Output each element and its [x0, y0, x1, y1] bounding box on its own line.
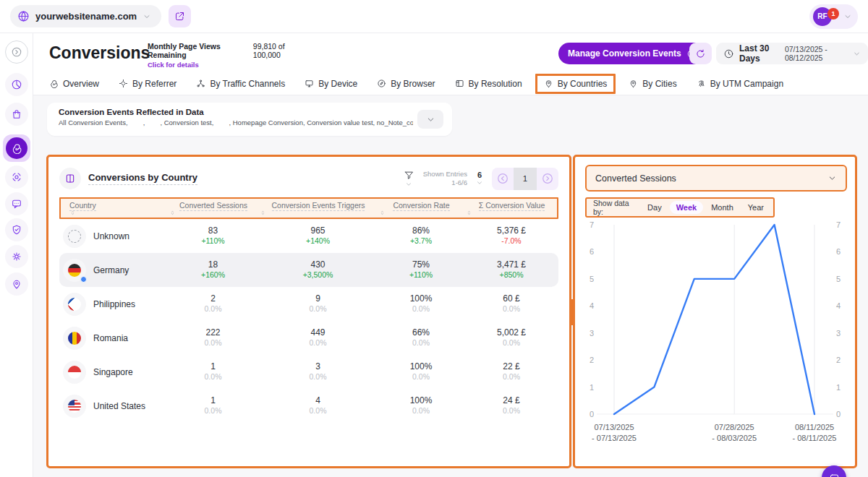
tab-by-device[interactable]: By Device — [305, 79, 357, 89]
sidebar-item-behaviour[interactable] — [5, 166, 28, 189]
date-range-label: Last 30 Days — [739, 43, 780, 64]
svg-text:2: 2 — [836, 356, 841, 364]
status-dot — [80, 276, 87, 283]
sidebar-nav — [0, 33, 33, 477]
country-name: Philippines — [93, 299, 135, 309]
pageviews-value: 99,810 of 100,000 — [253, 42, 307, 59]
tab-by-cities[interactable]: By Cities — [629, 79, 676, 89]
tab-by-browser[interactable]: By Browser — [377, 79, 435, 89]
pageviews-details-link[interactable]: Click for details — [148, 61, 307, 69]
website-name: yourwebsitename.com — [35, 11, 137, 22]
metric-cell: 2220.0% — [168, 327, 258, 348]
table-row-romania[interactable]: Romania2220.0%4490.0%66%0.0%5,002 £0.0% — [59, 321, 558, 355]
open-website-button[interactable] — [169, 5, 191, 27]
period-toggle-label: Show data by: — [593, 199, 636, 216]
tab-by-referrer[interactable]: By Referrer — [119, 79, 176, 89]
top-bar: yourwebsitename.com RF 1 — [0, 0, 868, 33]
period-toggle: Show data by: DayWeekMonthYear — [585, 197, 775, 218]
prev-page-button[interactable] — [492, 172, 514, 185]
refresh-button[interactable] — [689, 43, 712, 64]
website-selector[interactable]: yourwebsitename.com — [10, 5, 161, 27]
next-page-button[interactable] — [537, 172, 558, 185]
metric-cell: 10.0% — [168, 361, 258, 382]
column-header-5[interactable]: Σ Conversion Value — [466, 201, 560, 216]
period-option-month[interactable]: Month — [705, 201, 740, 214]
location-pin-icon — [544, 79, 553, 88]
metric-cell: 90.0% — [258, 293, 378, 314]
conversion-events-filter: Conversion Events Reflected in Data All … — [47, 103, 452, 136]
filter-selected-events: All Conversion Events, , , Conversion te… — [59, 119, 413, 126]
svg-text:- 08/11/2025: - 08/11/2025 — [793, 434, 837, 442]
metric-cell: 10.0% — [168, 395, 258, 416]
metric-cell: 4490.0% — [258, 327, 378, 348]
svg-text:7: 7 — [836, 220, 841, 229]
sidebar-item-conversions[interactable] — [3, 134, 30, 162]
account-menu[interactable]: RF 1 — [809, 4, 858, 29]
metric-cell: 40.0% — [258, 395, 378, 416]
flag-unknown — [63, 225, 86, 248]
metric-cell: 18+160% — [168, 259, 258, 280]
sidebar-item-ecommerce[interactable] — [5, 103, 28, 126]
flag-philippines — [63, 293, 86, 316]
metric-dropdown[interactable]: Converted Sessions — [585, 165, 847, 192]
device-monitor-icon — [305, 79, 314, 88]
metric-cell: 22 £0.0% — [464, 361, 558, 382]
sidebar-item-settings[interactable] — [5, 245, 28, 268]
chevron-down-icon — [426, 115, 435, 124]
shown-entries: Shown Entries 1-6/6 — [423, 170, 467, 188]
filter-expand-button[interactable] — [417, 110, 443, 129]
svg-text:07/13/2025: 07/13/2025 — [594, 423, 634, 431]
manage-conversion-events-button[interactable]: Manage Conversion Events — [558, 43, 707, 64]
flag-germany — [63, 259, 86, 282]
tab-by-countries[interactable]: By Countries — [535, 74, 616, 94]
sidebar-item-dashboard[interactable] — [5, 73, 28, 96]
table-row-singapore[interactable]: Singapore10.0%30.0%100%0.0%22 £0.0% — [59, 355, 558, 389]
current-page[interactable]: 1 — [514, 168, 537, 190]
spiral-icon — [49, 79, 59, 88]
tab-by-resolution[interactable]: By Resolution — [455, 79, 522, 89]
svg-text:5: 5 — [836, 275, 841, 283]
page-size-select[interactable]: 6 — [476, 171, 483, 186]
metric-cell: 5,002 £0.0% — [464, 327, 558, 348]
metric-cell: 30.0% — [258, 361, 378, 382]
tab-by-utm-campaign[interactable]: By UTM Campaign — [697, 79, 783, 89]
column-header-2[interactable]: Converted Sessions — [169, 201, 260, 216]
column-header-3[interactable]: Conversion Events Triggers — [260, 201, 379, 216]
country-name: United States — [93, 401, 145, 411]
filter-title: Conversion Events Reflected in Data — [59, 108, 413, 116]
sidebar-item-privacy[interactable] — [5, 218, 28, 241]
page-header: Conversions Monthly Page Views Remaining… — [33, 33, 868, 72]
sidebar-item-locations[interactable] — [5, 272, 28, 296]
period-option-day[interactable]: Day — [641, 201, 668, 214]
column-header-1[interactable]: Country — [61, 201, 169, 216]
table-filter-button[interactable] — [404, 170, 414, 188]
notification-badge: 1 — [827, 8, 839, 20]
table-row-germany[interactable]: Germany18+160%430+3,500%75%+110%3,471 £+… — [59, 253, 558, 287]
funnel-icon — [404, 170, 414, 181]
resolution-window-icon — [455, 79, 464, 88]
svg-text:07/28/2025: 07/28/2025 — [715, 423, 754, 431]
tab-overview[interactable]: Overview — [49, 79, 99, 89]
table-title: Conversions by Country — [88, 172, 197, 185]
period-option-year[interactable]: Year — [741, 201, 770, 214]
metric-cell: 965+140% — [258, 225, 378, 246]
svg-text:2: 2 — [590, 356, 594, 364]
table-row-unknown[interactable]: Unknown83+110%965+140%86%+3.7%5,376 £-7.… — [59, 219, 558, 253]
svg-text:5: 5 — [590, 275, 594, 283]
tab-by-traffic-channels[interactable]: By Traffic Channels — [196, 79, 285, 89]
referrer-diamond-icon — [119, 79, 128, 88]
svg-text:- 08/03/2025: - 08/03/2025 — [712, 434, 757, 442]
converted-sessions-line-chart: 001122334455667707/13/2025- 07/13/202507… — [575, 219, 855, 457]
pagination: 1 — [492, 168, 558, 190]
svg-text:7: 7 — [590, 220, 594, 229]
column-header-4[interactable]: Conversion Rate — [379, 201, 466, 216]
utm-fingerprint-icon — [697, 79, 706, 88]
app-window: yourwebsitename.com RF 1 Conversions Mon… — [0, 0, 868, 477]
table-row-philippines[interactable]: Philippines20.0%90.0%100%0.0%60 £0.0% — [59, 287, 558, 321]
sidebar-item-panel-collapse[interactable] — [5, 40, 28, 64]
date-range-value: 07/13/2025 - 08/12/2025 — [785, 45, 848, 62]
date-range-picker[interactable]: Last 30 Days 07/13/2025 - 08/12/2025 — [716, 43, 868, 64]
table-row-united-states[interactable]: United States10.0%40.0%100%0.0%24 £0.0% — [59, 389, 558, 423]
sidebar-item-feedback[interactable] — [5, 192, 28, 215]
period-option-week[interactable]: Week — [670, 201, 704, 214]
